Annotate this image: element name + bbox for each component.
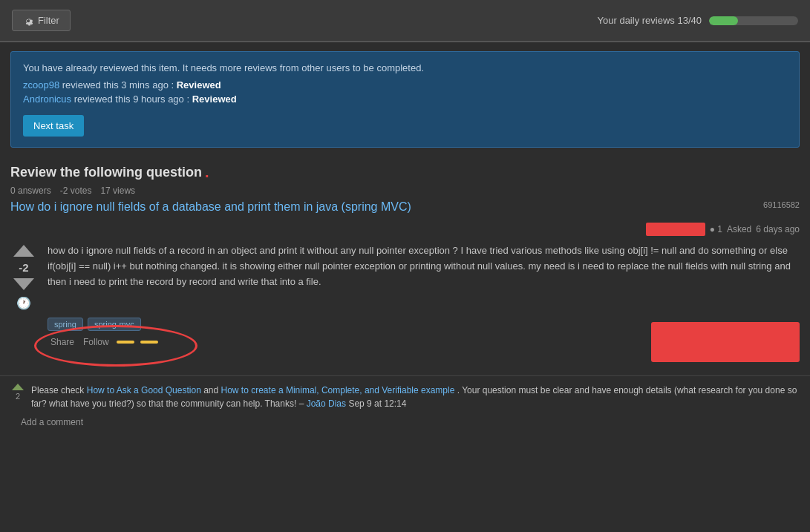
notification-box: You have already reviewed this item. It … bbox=[10, 51, 800, 148]
next-task-button[interactable]: Next task bbox=[23, 115, 84, 137]
top-bar: Filter Your daily reviews 13/40 bbox=[0, 0, 810, 42]
reviewer1-action: Reviewed bbox=[177, 79, 221, 91]
add-comment-link[interactable]: Add a comment bbox=[21, 417, 83, 427]
question-id: 69116582 bbox=[763, 200, 800, 209]
reviewer2-text: reviewed this bbox=[74, 93, 133, 105]
share-link[interactable]: Share bbox=[48, 335, 77, 349]
vote-count-display: -2 bbox=[19, 261, 28, 274]
comment-text-between: and bbox=[203, 385, 221, 395]
red-box-large bbox=[651, 322, 800, 362]
comment-vote: 2 bbox=[10, 384, 25, 401]
reviewer1-time: 3 mins ago bbox=[121, 79, 169, 91]
view-count: 17 views bbox=[100, 185, 135, 196]
comment-item: 2 Please check How to Ask a Good Questio… bbox=[10, 384, 810, 410]
daily-reviews-section: Your daily reviews 13/40 bbox=[598, 15, 798, 26]
filter-label: Filter bbox=[38, 15, 59, 26]
asker-avatar bbox=[646, 223, 705, 236]
asked-badge: ● 1 bbox=[710, 224, 722, 234]
asked-label: Asked bbox=[727, 224, 751, 234]
asked-time: 6 days ago bbox=[756, 224, 800, 234]
vote-down-button[interactable] bbox=[13, 278, 34, 290]
daily-reviews-count: 13/40 bbox=[677, 15, 702, 26]
comment-author-link[interactable]: João Dias bbox=[307, 398, 346, 409]
answer-count: 0 answers bbox=[10, 185, 51, 196]
comment-vote-count: 2 bbox=[16, 392, 20, 401]
reviewer2-action: Reviewed bbox=[192, 93, 237, 105]
reviewer2-time: 9 hours ago bbox=[133, 93, 184, 105]
review-heading-text: Review the following question bbox=[10, 165, 202, 180]
yellow-dash-2 bbox=[140, 341, 158, 344]
follow-link[interactable]: Follow bbox=[80, 335, 112, 349]
vote-column: -2 🕐 bbox=[10, 243, 37, 310]
comment-section: 2 Please check How to Ask a Good Questio… bbox=[0, 375, 810, 427]
comment-link2[interactable]: How to create a Minimal, Complete, and V… bbox=[221, 385, 455, 395]
main-content: Review the following question . 0 answer… bbox=[0, 157, 810, 368]
vote-up-button[interactable] bbox=[13, 245, 34, 257]
question-meta: 0 answers -2 votes 17 views bbox=[10, 185, 800, 196]
bookmark-icon[interactable]: 🕐 bbox=[16, 296, 31, 310]
filter-button[interactable]: Filter bbox=[12, 10, 71, 31]
reviewer2-separator: : bbox=[186, 93, 192, 105]
daily-reviews-label: Your daily reviews 13/40 bbox=[598, 15, 702, 26]
notification-text: You have already reviewed this item. It … bbox=[23, 62, 787, 73]
reviewer1-separator: : bbox=[171, 79, 176, 91]
comment-timestamp: Sep 9 at 12:14 bbox=[348, 398, 406, 409]
tag-spring[interactable]: spring bbox=[48, 318, 83, 331]
question-title[interactable]: How do i ignore null fields of a databas… bbox=[10, 200, 411, 214]
reviewer1-text: reviewed this bbox=[62, 79, 121, 91]
redaction-box-right bbox=[651, 322, 800, 362]
actions-row: Share Follow bbox=[48, 335, 800, 349]
progress-bar bbox=[709, 16, 798, 25]
tag-spring-mvc[interactable]: spring-mvc bbox=[88, 318, 141, 331]
comment-link1[interactable]: How to Ask a Good Question bbox=[87, 385, 201, 395]
reviewer2-link[interactable]: Andronicus bbox=[23, 93, 71, 105]
comment-vote-up-button[interactable] bbox=[12, 384, 24, 390]
comment-text-before-link1: Please check bbox=[31, 385, 87, 395]
reviewer1-line: zcoop98 reviewed this 3 mins ago : Revie… bbox=[23, 79, 787, 91]
comment-text: Please check How to Ask a Good Question … bbox=[31, 384, 810, 410]
yellow-dash-1 bbox=[117, 341, 134, 344]
vote-count-meta: -2 votes bbox=[60, 185, 92, 196]
reviewer1-link[interactable]: zcoop98 bbox=[23, 79, 59, 91]
reviewer2-line: Andronicus reviewed this 9 hours ago : R… bbox=[23, 93, 787, 105]
review-heading: Review the following question . bbox=[10, 164, 800, 181]
question-area: -2 🕐 how do i ignore null fields of a re… bbox=[10, 243, 800, 310]
asker-row: ● 1 Asked 6 days ago bbox=[10, 223, 800, 236]
question-body: how do i ignore null fields of a record … bbox=[48, 243, 800, 310]
heading-dot: . bbox=[205, 164, 209, 181]
gear-icon bbox=[23, 16, 33, 26]
progress-bar-fill bbox=[709, 16, 738, 25]
question-id-row: How do i ignore null fields of a databas… bbox=[10, 200, 800, 220]
